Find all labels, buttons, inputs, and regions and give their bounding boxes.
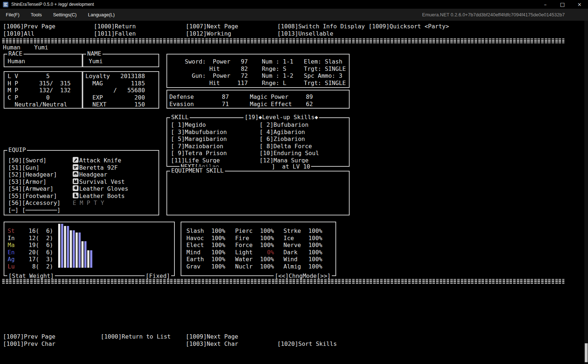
equip-box-title: EQUIP — [7, 146, 27, 154]
equip-row-accessory[interactable]: [56][Accessory] E M P T Y — [4, 199, 158, 206]
cmd-return[interactable]: [1000]Return — [94, 23, 136, 30]
skill-column-right: [ 2]Bufubarion [ 4]Agibarion [ 6]Ziobari… — [259, 121, 319, 164]
resist-name: Mind — [186, 249, 201, 256]
scrollbar-thumb[interactable] — [585, 343, 588, 362]
resist-name: Wind — [283, 256, 298, 263]
equip-slot-label: [54][Armwear] — [8, 185, 53, 193]
resist-row: Elect100% Force100% Nerve100% — [181, 242, 335, 248]
stat-bar — [73, 230, 75, 268]
equip-row-footwear[interactable]: [55][Footwear] Leather Boots — [4, 193, 158, 199]
resist-row: Grav100% Nuclr100% Almig100% — [181, 263, 335, 270]
stat-bar — [64, 226, 66, 268]
cmd-next-char[interactable]: [1003]Next Char — [186, 340, 238, 348]
name-box: NAME Yumi — [82, 54, 159, 67]
resist-name: Light — [235, 249, 253, 256]
name-box-title: NAME — [86, 50, 102, 57]
cmd-filter-unsellable[interactable]: [1013]Unsellable — [277, 30, 333, 37]
menu-file[interactable]: File(F) — [0, 9, 25, 21]
resist-value: 100% — [301, 242, 322, 249]
stat-row-en: En 20( 6) — [8, 249, 53, 256]
window-title: ShinEraTenseiP 0.5.0 + /egg/ development — [11, 2, 94, 7]
resist-value: 100% — [301, 235, 322, 242]
loyalty-box: Loyalty 2013188 MAG 1185 / 55680 EXP 200… — [82, 71, 159, 109]
resist-name: Grav — [186, 263, 201, 270]
cmd-sort-skills[interactable]: [1020]Sort Skills — [277, 340, 337, 348]
mag-max-line: / 55680 — [85, 87, 145, 94]
resist-name: Force — [235, 242, 253, 249]
cmd-prev-page[interactable]: [1006]Prev Page — [3, 23, 56, 30]
cmd-filter-working[interactable]: [1012]Working — [186, 30, 231, 37]
stat-bar — [87, 250, 89, 268]
cmd-next-page[interactable]: [1007]Next Page — [186, 23, 238, 30]
knife-icon — [73, 157, 78, 163]
equip-row-headgear[interactable]: [52][Headgear] Headgear — [4, 171, 158, 178]
tab-character[interactable]: Yumi — [34, 44, 48, 51]
separator-line — [2, 282, 564, 282]
scrollbar[interactable] — [584, 21, 588, 364]
next-skill-suffix: ] at LV 10 — [219, 163, 310, 170]
equip-row-sword[interactable]: [50][Sword] Attack Knife — [4, 157, 158, 164]
separator — [2, 39, 564, 44]
resist-value: 100% — [252, 263, 274, 270]
resist-row: Mind100% Light0% Dark100% — [181, 249, 335, 256]
equip-row-empty: [─] [─────────] — [4, 207, 158, 214]
race-box: RACE Human — [4, 54, 82, 67]
cmd-quicksort[interactable]: [1009]Quicksort <Party> — [368, 23, 449, 30]
equip-row-gun[interactable]: [51][Gun] Beretta 92F — [4, 164, 158, 171]
app-icon — [3, 2, 8, 7]
gun-line-2: Hit 117 Rnge: L Trgt: SINGLE — [171, 80, 346, 87]
stat-weight-box: St 16( 6) In 12( 2) Ma 19( 6) En 20( 6) … — [4, 222, 175, 276]
cmd-switch-info[interactable]: [1008]Switch Info Display — [277, 23, 365, 30]
cmd-prev-page-bottom[interactable]: [1007]Prev Page — [3, 333, 56, 340]
stat-line-cp: C P 0 — [8, 94, 50, 101]
equip-item-name: Leather Gloves — [79, 185, 128, 193]
equip-slot-label: [56][Accessory] — [8, 199, 61, 207]
menu-tools[interactable]: Tools — [25, 9, 47, 21]
equip-slot-label: [50][Sword] — [8, 157, 47, 164]
resist-name: Almig — [283, 263, 301, 270]
cmd-next-page-bottom[interactable]: [1009]Next Page — [186, 333, 238, 340]
equip-row-armwear[interactable]: [54][Armwear] Leather Gloves — [4, 185, 158, 192]
skill-item: [ 1]Megido — [171, 121, 227, 129]
resist-name: Earth — [186, 256, 204, 263]
equip-row-armor[interactable]: [53][Armor] Survival Vest — [4, 178, 158, 185]
skill-item: [ 4]Agibarion — [259, 129, 319, 136]
cmd-prev-char[interactable]: [1001]Prev Char — [3, 340, 56, 348]
resist-value: 100% — [252, 256, 274, 263]
levelup-skills-title: [19]◆Level-up Skills◆ — [243, 114, 319, 121]
resist-value: 100% — [301, 249, 322, 256]
skill-item: [ 9]Tetra Prison — [171, 150, 227, 157]
change-mode-control[interactable]: [<<]ChngMode[>>] — [274, 272, 332, 280]
menu-settings[interactable]: Settings(C) — [48, 9, 82, 21]
stat-bar — [67, 226, 69, 268]
stat-fixed-toggle[interactable]: [Fixed] — [145, 272, 171, 280]
separator-line — [2, 280, 564, 281]
resist-name: Havoc — [186, 235, 204, 242]
cmd-filter-fallen[interactable]: [1011]Fallen — [94, 30, 136, 37]
stat-value-ma: 19( 6) — [15, 242, 53, 248]
stat-line-hp: H P 315/ 315 — [8, 80, 71, 87]
sword-line-2: Hit 82 Rnge: S Trgt: SINGLE — [171, 65, 346, 73]
menu-language[interactable]: Language(L) — [82, 9, 120, 21]
stat-weight-toggle[interactable]: [Stat Weight] — [7, 272, 55, 280]
cmd-filter-all[interactable]: [1010]All — [3, 30, 35, 37]
close-button[interactable]: × — [571, 0, 588, 9]
maximize-button[interactable]: □ — [554, 0, 571, 9]
cmd-return-to-list[interactable]: [1000]Return to List — [101, 333, 171, 340]
equip-item-name: E M P T Y — [73, 199, 104, 207]
stat-value-st: 16( 6) — [15, 227, 53, 234]
stat-row-st: St 16( 6) — [8, 227, 53, 235]
next-line: NEXT 150 — [85, 101, 145, 108]
skill-item: [ 2]Bufubarion — [259, 121, 319, 129]
minimize-button[interactable]: – — [537, 0, 554, 9]
stat-line-lv: L V 5 — [8, 73, 50, 80]
resist-name: Pierc — [235, 227, 253, 235]
stat-line-alignment: Neutral/Neutral — [8, 101, 67, 108]
skill-item: [ 5]Maragibarion — [171, 136, 227, 143]
resist-name: Strke — [283, 227, 301, 235]
stat-line-mp: M P 132/ 132 — [8, 87, 71, 94]
skill-column-left: [ 1]Megido [ 3]Mabufubarion [ 5]Maragiba… — [171, 121, 227, 164]
stat-bar — [84, 241, 86, 268]
resist-name: Water — [235, 256, 253, 263]
equip-slot-label: [53][Armor] — [8, 178, 47, 186]
